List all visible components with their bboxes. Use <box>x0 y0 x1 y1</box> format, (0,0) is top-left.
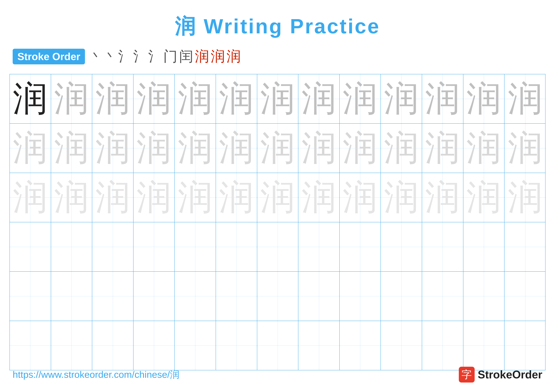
grid-cell[interactable] <box>422 321 463 370</box>
grid-cell[interactable]: 润 <box>257 173 299 222</box>
grid-cell[interactable] <box>51 321 92 370</box>
grid-cell[interactable]: 润 <box>175 74 216 123</box>
grid-cell[interactable]: 润 <box>340 173 381 222</box>
grid-cell[interactable]: 润 <box>10 173 51 222</box>
grid-cell[interactable]: 润 <box>381 124 422 173</box>
grid-cell[interactable]: 润 <box>298 74 340 123</box>
grid-cell[interactable]: 润 <box>422 124 463 173</box>
stroke-10: 润 <box>226 47 241 66</box>
grid-cell[interactable]: 润 <box>504 173 546 222</box>
grid-cell[interactable] <box>298 222 340 271</box>
grid-cell[interactable]: 润 <box>10 74 51 123</box>
grid-cell[interactable]: 润 <box>340 124 381 173</box>
grid-cell[interactable]: 润 <box>133 74 175 123</box>
grid-cell[interactable]: 润 <box>216 173 257 222</box>
grid-cell[interactable]: 润 <box>92 74 133 123</box>
grid-cell[interactable] <box>10 272 51 321</box>
logo-icon: 字 <box>459 367 475 383</box>
grid-cell[interactable]: 润 <box>10 124 51 173</box>
grid-cell[interactable] <box>216 321 257 370</box>
grid-cell[interactable] <box>92 321 133 370</box>
grid-cell[interactable]: 润 <box>463 124 505 173</box>
practice-char: 润 <box>343 131 378 165</box>
practice-char: 润 <box>301 131 336 165</box>
grid-cell[interactable] <box>340 321 381 370</box>
grid-cell[interactable] <box>381 321 422 370</box>
practice-char: 润 <box>343 180 378 215</box>
practice-char: 润 <box>508 180 543 215</box>
grid-cell[interactable] <box>133 321 175 370</box>
grid-cell[interactable] <box>51 222 92 271</box>
grid-cell[interactable]: 润 <box>504 74 546 123</box>
grid-cell[interactable]: 润 <box>133 173 175 222</box>
practice-char: 润 <box>425 180 460 215</box>
grid-cell[interactable]: 润 <box>504 124 546 173</box>
grid-row-6 <box>10 321 545 370</box>
grid-cell[interactable] <box>257 222 299 271</box>
grid-cell[interactable] <box>340 272 381 321</box>
grid-cell[interactable] <box>504 272 546 321</box>
stroke-1: 丶 <box>90 48 102 65</box>
practice-char: 润 <box>137 131 171 165</box>
grid-cell[interactable] <box>175 321 216 370</box>
grid-cell[interactable]: 润 <box>175 124 216 173</box>
grid-cell[interactable]: 润 <box>51 74 92 123</box>
practice-char: 润 <box>301 180 336 215</box>
grid-cell[interactable] <box>504 222 546 271</box>
grid-cell[interactable] <box>216 222 257 271</box>
grid-cell[interactable] <box>298 272 340 321</box>
grid-cell[interactable] <box>463 272 505 321</box>
grid-cell[interactable]: 润 <box>92 124 133 173</box>
grid-cell[interactable]: 润 <box>133 124 175 173</box>
logo-char: 字 <box>461 368 472 382</box>
grid-cell[interactable] <box>175 222 216 271</box>
stroke-2: 丶 <box>104 48 117 65</box>
grid-cell[interactable] <box>92 272 133 321</box>
grid-cell[interactable]: 润 <box>340 74 381 123</box>
practice-char: 润 <box>95 131 130 165</box>
grid-cell[interactable] <box>340 222 381 271</box>
practice-char: 润 <box>219 81 254 116</box>
grid-cell[interactable] <box>133 222 175 271</box>
grid-cell[interactable] <box>381 272 422 321</box>
grid-cell[interactable]: 润 <box>216 124 257 173</box>
grid-cell[interactable] <box>175 272 216 321</box>
grid-cell[interactable]: 润 <box>257 74 299 123</box>
grid-cell[interactable] <box>92 222 133 271</box>
grid-cell[interactable]: 润 <box>381 173 422 222</box>
grid-cell[interactable]: 润 <box>463 173 505 222</box>
grid-cell[interactable] <box>463 222 505 271</box>
grid-cell[interactable]: 润 <box>175 173 216 222</box>
grid-cell[interactable] <box>216 272 257 321</box>
grid-cell[interactable] <box>51 272 92 321</box>
grid-cell[interactable]: 润 <box>422 173 463 222</box>
grid-cell[interactable] <box>257 321 299 370</box>
grid-cell[interactable]: 润 <box>422 74 463 123</box>
grid-cell[interactable] <box>10 222 51 271</box>
grid-cell[interactable] <box>10 321 51 370</box>
grid-cell[interactable]: 润 <box>298 124 340 173</box>
grid-cell[interactable]: 润 <box>216 74 257 123</box>
grid-cell[interactable] <box>298 321 340 370</box>
practice-char: 润 <box>137 180 171 215</box>
grid-row-5 <box>10 272 545 321</box>
grid-cell[interactable]: 润 <box>51 124 92 173</box>
grid-cell[interactable] <box>422 272 463 321</box>
grid-cell[interactable] <box>463 321 505 370</box>
grid-cell[interactable] <box>504 321 546 370</box>
practice-char: 润 <box>466 180 501 215</box>
practice-char: 润 <box>13 180 48 215</box>
grid-cell[interactable]: 润 <box>51 173 92 222</box>
grid-cell[interactable] <box>422 222 463 271</box>
practice-char: 润 <box>508 131 543 165</box>
grid-cell[interactable]: 润 <box>298 173 340 222</box>
grid-cell[interactable]: 润 <box>92 173 133 222</box>
stroke-4: 氵 <box>133 47 147 66</box>
grid-cell[interactable]: 润 <box>257 124 299 173</box>
grid-cell[interactable]: 润 <box>381 74 422 123</box>
grid-cell[interactable] <box>257 272 299 321</box>
grid-cell[interactable] <box>381 222 422 271</box>
grid-cell[interactable] <box>133 272 175 321</box>
grid-cell[interactable]: 润 <box>463 74 505 123</box>
practice-char: 润 <box>384 81 419 116</box>
